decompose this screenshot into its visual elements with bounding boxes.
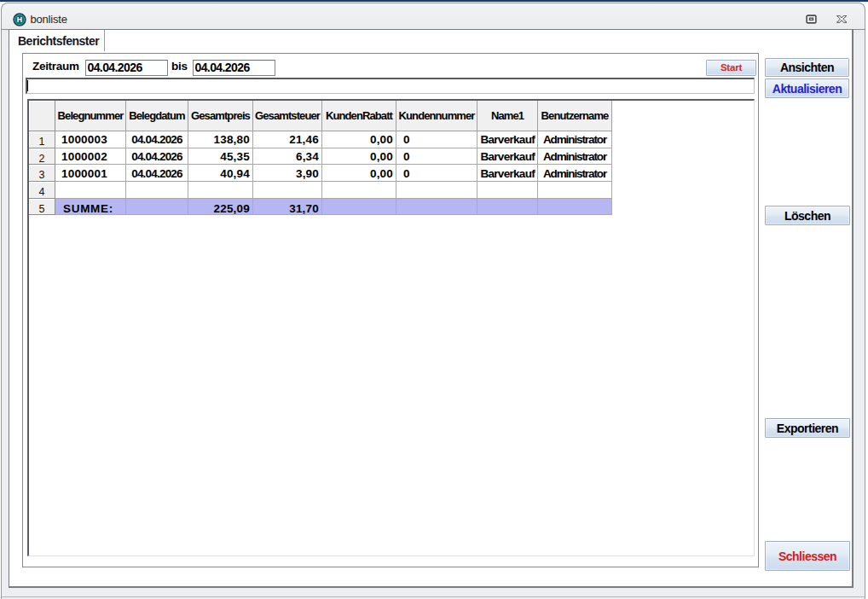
svg-text:H: H [17,15,22,24]
